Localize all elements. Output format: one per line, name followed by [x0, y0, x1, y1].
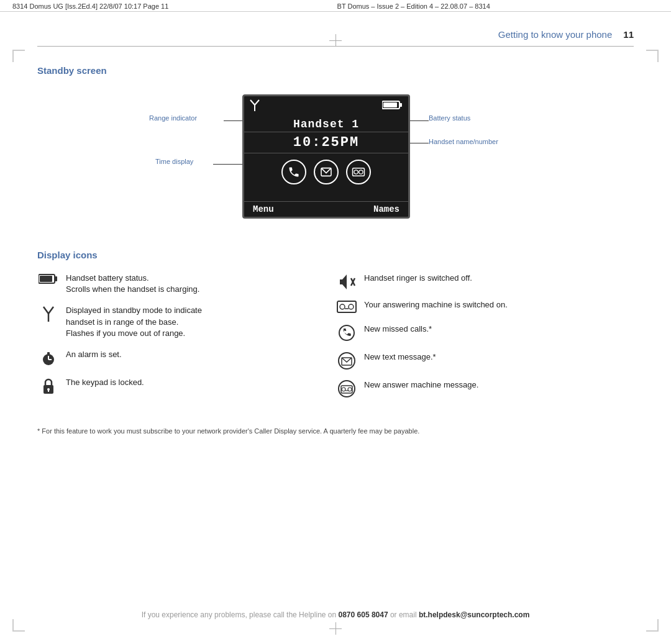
footer-email: bt.helpdesk@suncorptech.com	[419, 610, 529, 619]
icon-row-battery: Handset battery status.Scrolls when the …	[37, 273, 336, 295]
svg-line-1	[250, 100, 255, 105]
cross-top	[329, 34, 342, 47]
icon-row-answer-machine-msg: New answer machine message.	[336, 379, 634, 397]
signal-desc: Displayed in standby mode to indicatehan…	[66, 305, 202, 339]
text-message-display-icon	[336, 352, 358, 370]
svg-rect-4	[383, 102, 397, 107]
svg-point-28	[349, 304, 354, 309]
svg-point-9	[359, 170, 363, 174]
answer-machine-msg-desc: New answer machine message.	[364, 379, 478, 391]
svg-point-27	[340, 304, 345, 309]
icon-row-answering-machine: Your answering machine is switched on.	[336, 299, 634, 314]
icons-grid: Handset battery status.Scrolls when the …	[37, 273, 634, 407]
screen-bottom-bar: Menu Names	[244, 201, 408, 217]
corner-mark-tr	[646, 50, 659, 62]
svg-rect-23	[48, 389, 49, 392]
footer-phone: 0870 605 8047	[339, 610, 388, 619]
page-number: 11	[623, 29, 634, 40]
missed-call-display-icon	[336, 324, 358, 342]
answer-machine-msg-display-icon	[336, 380, 358, 397]
battery-desc: Handset battery status.Scrolls when the …	[66, 273, 199, 295]
icon-row-lock: The keypad is locked.	[37, 377, 336, 395]
icon-row-missed-call: New missed calls.*	[336, 324, 634, 342]
screen-phone-icon	[281, 160, 306, 184]
alarm-display-icon	[37, 350, 60, 367]
answering-machine-display-icon	[336, 300, 358, 314]
main-content: Standby screen Range indicator Time disp…	[0, 47, 671, 437]
footnote: * For this feature to work you must subs…	[37, 426, 634, 437]
screen-icons-row	[244, 160, 408, 184]
left-icons-column: Handset battery status.Scrolls when the …	[37, 273, 336, 407]
alarm-desc: An alarm is set.	[66, 349, 122, 360]
svg-rect-18	[47, 352, 50, 356]
handset-name-line	[409, 143, 429, 143]
cross-bottom	[329, 622, 342, 635]
time-display-label: Time display	[155, 158, 193, 165]
svg-line-15	[43, 307, 48, 314]
signal-display-icon	[37, 306, 60, 322]
svg-point-30	[339, 325, 354, 340]
battery-status-label: Battery status	[429, 114, 470, 122]
svg-rect-12	[40, 276, 52, 282]
battery-line	[409, 120, 429, 121]
svg-point-31	[339, 353, 355, 369]
ringer-off-display-icon	[336, 273, 358, 289]
screen-envelope-icon	[314, 160, 339, 184]
right-icons-column: Handset ringer is switched off. Your ans…	[336, 273, 634, 407]
display-icons-section: Display icons Handset battery status.Scr…	[37, 250, 634, 437]
icon-row-text-message: New text message.*	[336, 351, 634, 370]
svg-rect-13	[55, 276, 57, 281]
corner-mark-br	[646, 619, 659, 632]
header-left: 8314 Domus UG [Iss.2Ed.4] 22/8/07 10:17 …	[12, 2, 168, 10]
footer-text-middle: or email	[388, 610, 419, 619]
screen-names-label: Names	[373, 204, 399, 214]
phone-diagram-area: Range indicator Time display Battery sta…	[118, 88, 553, 231]
header-center: BT Domus – Issue 2 – Edition 4 – 22.08.0…	[337, 2, 490, 10]
header-bar: 8314 Domus UG [Iss.2Ed.4] 22/8/07 10:17 …	[0, 0, 671, 12]
svg-rect-34	[341, 386, 352, 393]
screen-time: 10:25PM	[244, 132, 408, 153]
ringer-off-desc: Handset ringer is switched off.	[364, 273, 472, 284]
text-message-desc: New text message.*	[364, 351, 436, 363]
phone-screen: Handset 1 10:25PM	[242, 94, 410, 219]
standby-screen-title: Standby screen	[37, 65, 634, 76]
handset-name-label: Handset name/number	[429, 138, 498, 145]
icon-row-ringer-off: Handset ringer is switched off.	[336, 273, 634, 289]
svg-point-8	[354, 170, 358, 174]
screen-tape-icon	[346, 160, 371, 184]
svg-line-2	[255, 100, 259, 105]
svg-line-16	[48, 307, 53, 314]
page-title: Getting to know your phone	[498, 29, 612, 40]
svg-rect-5	[399, 103, 402, 107]
svg-point-35	[342, 388, 345, 391]
display-icons-title: Display icons	[37, 250, 634, 260]
range-indicator-label: Range indicator	[149, 114, 197, 122]
corner-mark-tl	[12, 50, 25, 62]
screen-menu-label: Menu	[253, 204, 274, 214]
screen-top-bar	[244, 96, 408, 117]
svg-point-36	[348, 388, 352, 391]
footer-bar: If you experience any problems, please c…	[0, 610, 671, 619]
battery-display-icon	[37, 273, 60, 284]
screen-signal-icon	[249, 99, 260, 114]
icon-row-alarm: An alarm is set.	[37, 349, 336, 367]
lock-display-icon	[37, 378, 60, 395]
icon-row-signal: Displayed in standby mode to indicatehan…	[37, 305, 336, 339]
screen-battery-icon	[382, 100, 403, 113]
corner-mark-bl	[12, 619, 25, 632]
answering-machine-desc: Your answering machine is switched on.	[364, 299, 508, 311]
screen-handset-name: Handset 1	[244, 117, 408, 130]
footer-text-before: If you experience any problems, please c…	[142, 610, 339, 619]
missed-call-desc: New missed calls.*	[364, 324, 432, 335]
lock-desc: The keypad is locked.	[66, 377, 144, 388]
